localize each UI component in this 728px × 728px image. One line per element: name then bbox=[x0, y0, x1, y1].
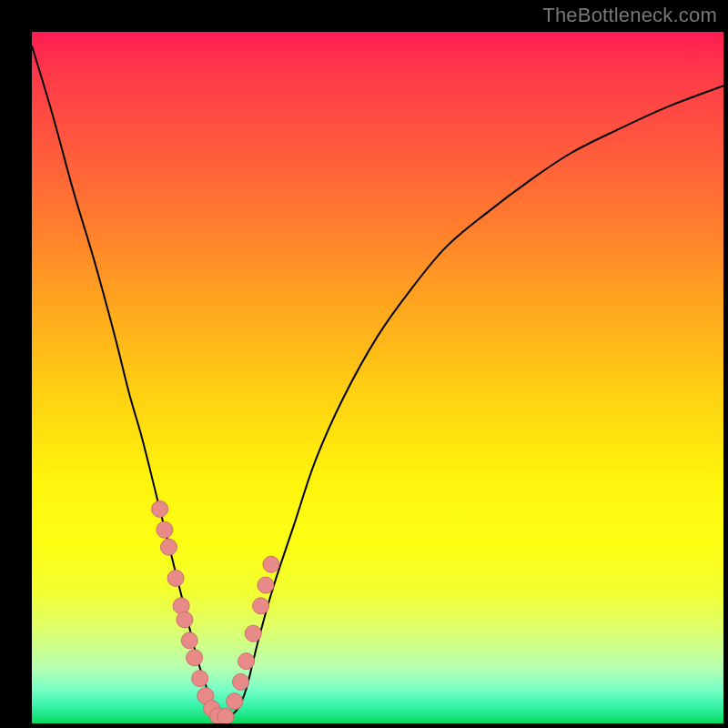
curve-marker bbox=[181, 632, 197, 649]
curve-marker bbox=[253, 598, 269, 614]
curve-marker bbox=[263, 556, 279, 572]
curve-marker bbox=[187, 650, 203, 666]
curve-marker bbox=[233, 673, 249, 690]
curve-marker bbox=[217, 708, 234, 723]
curve-marker bbox=[238, 653, 255, 670]
bottleneck-curve bbox=[32, 46, 723, 716]
curve-marker bbox=[167, 570, 184, 586]
curve-marker bbox=[177, 612, 193, 628]
curve-marker bbox=[157, 521, 173, 538]
watermark-text: TheBottleneck.com bbox=[542, 4, 717, 27]
chart-container: TheBottleneck.com bbox=[0, 0, 728, 728]
curve-markers bbox=[152, 500, 279, 723]
curve-layer bbox=[32, 32, 723, 723]
curve-marker bbox=[245, 625, 261, 642]
curve-marker bbox=[227, 693, 243, 710]
curve-marker bbox=[152, 500, 168, 517]
curve-marker bbox=[160, 539, 177, 555]
plot-area bbox=[32, 32, 723, 723]
curve-marker bbox=[258, 577, 274, 593]
curve-marker bbox=[192, 671, 208, 687]
